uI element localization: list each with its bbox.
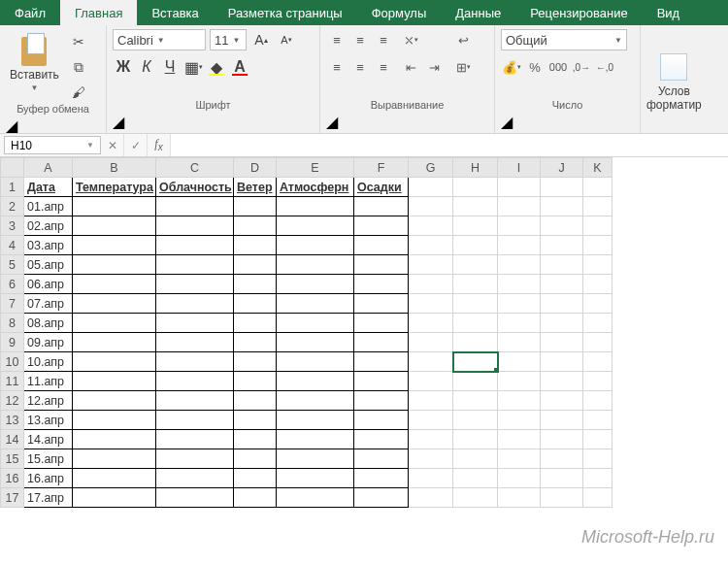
cell-K4[interactable] (583, 236, 612, 255)
cell-E13[interactable] (277, 411, 354, 430)
row-header-1[interactable]: 1 (1, 178, 24, 197)
cell-D5[interactable] (234, 255, 277, 275)
cell-F3[interactable] (354, 216, 409, 236)
font-color-button[interactable]: A (229, 56, 250, 78)
cell-E9[interactable] (277, 333, 354, 352)
cell-H12[interactable] (453, 391, 498, 411)
cell-I5[interactable] (498, 255, 541, 275)
row-header-12[interactable]: 12 (1, 391, 24, 411)
cell-J15[interactable] (541, 449, 583, 469)
increase-indent-button[interactable]: ⇥ (423, 56, 445, 78)
cell-K8[interactable] (583, 314, 612, 333)
align-right-button[interactable]: ≡ (373, 56, 394, 78)
row-header-5[interactable]: 5 (1, 255, 24, 275)
name-box[interactable]: H10 ▼ (4, 136, 101, 154)
cell-E5[interactable] (277, 255, 354, 275)
cell-I17[interactable] (498, 488, 541, 508)
col-header-B[interactable]: B (73, 158, 156, 178)
cell-D16[interactable] (234, 469, 277, 488)
dialog-launcher-icon[interactable]: ◢ (6, 116, 100, 135)
cell-D3[interactable] (234, 216, 277, 236)
tab-главная[interactable]: Главная (60, 0, 137, 25)
cell-E10[interactable] (277, 352, 354, 372)
number-format-combo[interactable]: Общий▼ (501, 29, 627, 50)
cell-B6[interactable] (73, 275, 156, 294)
cell-K12[interactable] (583, 391, 612, 411)
font-name-combo[interactable]: Calibri▼ (113, 29, 206, 50)
cell-E15[interactable] (277, 449, 354, 469)
cell-J8[interactable] (541, 314, 583, 333)
cell-F2[interactable] (354, 197, 409, 216)
comma-button[interactable]: 000 (547, 56, 569, 78)
cell-H7[interactable] (453, 294, 498, 314)
decrease-decimal-button[interactable]: ←,0 (594, 56, 615, 78)
cell-K1[interactable] (583, 178, 612, 197)
cell-K17[interactable] (583, 488, 612, 508)
cell-K2[interactable] (583, 197, 612, 216)
col-header-K[interactable]: K (583, 158, 612, 178)
cell-C10[interactable] (156, 352, 234, 372)
enter-button[interactable]: ✓ (124, 134, 148, 156)
cell-J13[interactable] (541, 411, 583, 430)
cell-K5[interactable] (583, 255, 612, 275)
cell-K3[interactable] (583, 216, 612, 236)
font-size-combo[interactable]: 11▼ (210, 29, 247, 50)
row-header-16[interactable]: 16 (1, 469, 24, 488)
cell-A17[interactable]: 17.апр (24, 488, 73, 508)
dialog-launcher-icon[interactable]: ◢ (113, 113, 314, 131)
cell-C3[interactable] (156, 216, 234, 236)
cell-G10[interactable] (409, 352, 453, 372)
cell-F11[interactable] (354, 372, 409, 391)
cell-C11[interactable] (156, 372, 234, 391)
cell-E8[interactable] (277, 314, 354, 333)
cell-D7[interactable] (234, 294, 277, 314)
cell-A10[interactable]: 10.апр (24, 352, 73, 372)
cell-F13[interactable] (354, 411, 409, 430)
decrease-indent-button[interactable]: ⇤ (400, 56, 421, 78)
cell-I1[interactable] (498, 178, 541, 197)
cell-C14[interactable] (156, 430, 234, 449)
cell-C1[interactable]: Облачность (156, 178, 234, 197)
cell-J12[interactable] (541, 391, 583, 411)
cell-F16[interactable] (354, 469, 409, 488)
cell-I2[interactable] (498, 197, 541, 216)
dialog-launcher-icon[interactable]: ◢ (326, 113, 488, 131)
cell-F9[interactable] (354, 333, 409, 352)
cell-C16[interactable] (156, 469, 234, 488)
cell-G4[interactable] (409, 236, 453, 255)
tab-данные[interactable]: Данные (441, 0, 515, 25)
cell-K16[interactable] (583, 469, 612, 488)
cell-B3[interactable] (73, 216, 156, 236)
cell-G5[interactable] (409, 255, 453, 275)
percent-button[interactable]: % (524, 56, 546, 78)
decrease-font-button[interactable]: A▾ (276, 29, 297, 50)
cell-E3[interactable] (277, 216, 354, 236)
row-header-10[interactable]: 10 (1, 352, 24, 372)
cell-G17[interactable] (409, 488, 453, 508)
cell-K10[interactable] (583, 352, 612, 372)
cell-A7[interactable]: 07.апр (24, 294, 73, 314)
cell-B8[interactable] (73, 314, 156, 333)
cell-G6[interactable] (409, 275, 453, 294)
cell-G7[interactable] (409, 294, 453, 314)
cell-H11[interactable] (453, 372, 498, 391)
align-bottom-button[interactable]: ≡ (373, 29, 394, 50)
cell-G11[interactable] (409, 372, 453, 391)
cell-A1[interactable]: Дата (24, 178, 73, 197)
fill-color-button[interactable]: ◆ (206, 56, 227, 78)
cell-H2[interactable] (453, 197, 498, 216)
cell-J5[interactable] (541, 255, 583, 275)
align-top-button[interactable]: ≡ (326, 29, 347, 50)
cell-D15[interactable] (234, 449, 277, 469)
cell-D10[interactable] (234, 352, 277, 372)
cell-H4[interactable] (453, 236, 498, 255)
cell-H5[interactable] (453, 255, 498, 275)
cell-B1[interactable]: Температура (73, 178, 156, 197)
row-header-14[interactable]: 14 (1, 430, 24, 449)
cell-D8[interactable] (234, 314, 277, 333)
cell-I14[interactable] (498, 430, 541, 449)
row-header-8[interactable]: 8 (1, 314, 24, 333)
cell-C8[interactable] (156, 314, 234, 333)
cell-G15[interactable] (409, 449, 453, 469)
cell-C2[interactable] (156, 197, 234, 216)
